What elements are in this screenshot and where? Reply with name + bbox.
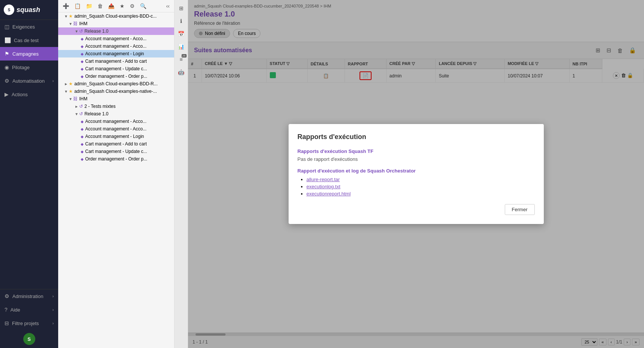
filtre-projets-icon: ⊟ — [5, 320, 9, 326]
modal-links-list: allure-report.tar executionlog.txt execu… — [298, 177, 535, 197]
tree-item-label: Account management - Acco... — [85, 126, 146, 132]
sidebar-item-pilotage[interactable]: ◉ Pilotage — [0, 61, 58, 74]
sidebar-item-label: Pilotage — [12, 65, 30, 70]
tree-item-label: Cart management - Update c... — [85, 149, 147, 154]
link-executionreport[interactable]: executionreport.html — [307, 191, 351, 197]
tree-item-cart-update[interactable]: ◆ Cart management - Update c... — [58, 65, 174, 73]
tree-item-acc4[interactable]: ◆ Account management - Acco... — [58, 125, 174, 133]
tree-item-acc2[interactable]: ◆ Account management - Acco... — [58, 42, 174, 50]
tree-item-order-b[interactable]: ◆ Order management - Order p... — [58, 155, 174, 163]
chain-icon: ⛓ — [73, 96, 78, 101]
collapse-icon: ► — [75, 104, 78, 109]
automatisation-icon: ⚙ — [5, 78, 9, 84]
folder-button[interactable]: 📁 — [84, 2, 94, 10]
star-button[interactable]: ★ — [118, 2, 126, 10]
tree-item-cart-add-b[interactable]: ◆ Cart management - Add to cart — [58, 140, 174, 148]
list-item: executionreport.html — [307, 191, 535, 197]
sidebar-item-administration[interactable]: ⚙ Administration › — [0, 289, 58, 303]
tree-item-ihm-2[interactable]: ▼ ⛓ IHM — [58, 95, 174, 103]
tree-item-ihm-1[interactable]: ▼ ⛓ IHM — [58, 20, 174, 27]
sidebar-item-actions[interactable]: ▶ Actions — [0, 88, 58, 101]
diamond-icon: ◆ — [81, 120, 84, 124]
tree-item-bdd-r[interactable]: ► ★ admin_Squash Cloud-examples-BDD-R... — [58, 80, 174, 88]
tree-item-cart-add[interactable]: ◆ Cart management - Add to cart — [58, 57, 174, 65]
user-avatar[interactable]: S — [23, 333, 35, 345]
tree-item-label: Order management - Order p... — [85, 74, 147, 79]
add-button[interactable]: ➕ — [61, 2, 71, 10]
tree-item-login[interactable]: ◆ Account management - Login — [58, 50, 174, 57]
sidebar-item-label: Exigences — [12, 24, 35, 30]
administration-icon: ⚙ — [5, 293, 9, 299]
tree-item-login-b[interactable]: ◆ Account management - Login — [58, 133, 174, 140]
diamond-icon: ◆ — [81, 157, 84, 161]
pilotage-icon: ◉ — [5, 64, 9, 70]
gear-button[interactable]: ⚙ — [128, 2, 136, 10]
sidebar-item-automatisation[interactable]: ⚙ Automatisation › — [0, 74, 58, 88]
icon-bar: ⊞ ℹ 📅 📊 ≡ 26 🤖 — [175, 0, 188, 348]
tree-item-label: IHM — [79, 96, 87, 101]
sidebar-item-campagnes[interactable]: ⚑ Campagnes — [0, 47, 58, 61]
sidebar-item-exigences[interactable]: ◫ Exigences — [0, 20, 58, 33]
list-item: allure-report.tar — [307, 177, 535, 182]
sidebar-item-label: Aide — [11, 307, 20, 313]
calendar-button[interactable]: 📅 — [176, 29, 187, 39]
tree-toolbar: ➕ 📋 📁 🗑 📤 ★ ⚙ 🔍 ‹‹ — [58, 0, 174, 12]
tree-item-tests-mixtes[interactable]: ► ↺ 2 - Tests mixtes — [58, 103, 174, 110]
logo-area: S squash — [0, 0, 58, 20]
chart-button[interactable]: 📊 — [176, 41, 187, 52]
modal-section1-text: Pas de rapport d'exécutions — [298, 156, 535, 162]
list-button[interactable]: ≡ 26 — [176, 54, 187, 65]
tree-item-acc1[interactable]: ◆ Account management - Acco... — [58, 35, 174, 42]
diamond-icon: ◆ — [81, 44, 84, 48]
sidebar: S squash ◫ Exigences ⬜ Cas de test ⚑ Cam… — [0, 0, 58, 348]
sidebar-item-filtre-projets[interactable]: ⊟ Filtre projets › — [0, 316, 58, 330]
tree-content: ▼ ★ admin_Squash Cloud-examples-BDD-c...… — [58, 12, 174, 348]
tree-item-release-1-0[interactable]: ▼ ↺ Release 1.0 — [58, 27, 174, 35]
export-button[interactable]: 📤 — [107, 2, 116, 10]
sidebar-item-cas-de-test[interactable]: ⬜ Cas de test — [0, 33, 58, 47]
copy-button[interactable]: 📋 — [73, 2, 82, 10]
modal-rapports: Rapports d'exécution Rapports d'exécutio… — [289, 124, 544, 224]
tree-item-release-1-0-b[interactable]: ▼ ↺ Release 1.0 — [58, 110, 174, 118]
tree-item-native[interactable]: ▼ ★ admin_Squash Cloud-examples-native-.… — [58, 88, 174, 95]
sidebar-item-label: Filtre projets — [12, 321, 39, 326]
tree-item-label: admin_Squash Cloud-examples-BDD-R... — [74, 81, 158, 86]
chevron-right-icon: › — [53, 294, 54, 298]
sidebar-item-aide[interactable]: ? Aide › — [0, 303, 58, 316]
fermer-button[interactable]: Fermer — [505, 204, 535, 215]
info-button[interactable]: ℹ — [176, 16, 187, 26]
tree-item-label: Release 1.0 — [84, 29, 108, 34]
actions-icon: ▶ — [5, 91, 9, 97]
diamond-icon: ◆ — [81, 52, 84, 56]
grid-view-button[interactable]: ⊞ — [176, 3, 187, 14]
sidebar-item-label: Cas de test — [14, 38, 39, 43]
star-icon: ★ — [69, 81, 73, 86]
modal-footer: Fermer — [298, 204, 535, 215]
collapse-icon: ► — [64, 82, 68, 86]
diamond-icon: ◆ — [81, 59, 84, 64]
sidebar-item-label: Automatisation — [12, 78, 45, 84]
chain-icon: ⛓ — [73, 21, 78, 26]
logo-icon: S — [4, 5, 14, 15]
collapse-button[interactable]: ‹‹ — [165, 2, 171, 10]
collapse-icon: ▼ — [69, 97, 72, 101]
robot-button[interactable]: 🤖 — [176, 67, 187, 77]
cycle-icon: ↺ — [79, 104, 83, 109]
modal-overlay[interactable]: Rapports d'exécution Rapports d'exécutio… — [188, 0, 644, 348]
search-button[interactable]: 🔍 — [138, 2, 148, 10]
modal-section1-label: Rapports d'exécution Squash TF — [298, 148, 535, 154]
chevron-right-icon: › — [53, 79, 54, 83]
diamond-icon: ◆ — [81, 37, 84, 41]
tree-item-acc3[interactable]: ◆ Account management - Acco... — [58, 118, 174, 125]
tree-item-label: Account management - Login — [85, 134, 144, 139]
link-allure[interactable]: allure-report.tar — [307, 177, 340, 182]
link-executionlog[interactable]: executionlog.txt — [307, 184, 340, 189]
sidebar-item-label: Campagnes — [12, 51, 39, 57]
chevron-right-icon: › — [53, 321, 54, 325]
tree-item-bdd-c[interactable]: ▼ ★ admin_Squash Cloud-examples-BDD-c... — [58, 12, 174, 20]
delete-button[interactable]: 🗑 — [96, 2, 104, 10]
tree-item-order[interactable]: ◆ Order management - Order p... — [58, 73, 174, 80]
collapse-icon: ▼ — [75, 29, 78, 33]
chevron-right-icon: › — [53, 308, 54, 312]
tree-item-cart-update-b[interactable]: ◆ Cart management - Update c... — [58, 148, 174, 155]
